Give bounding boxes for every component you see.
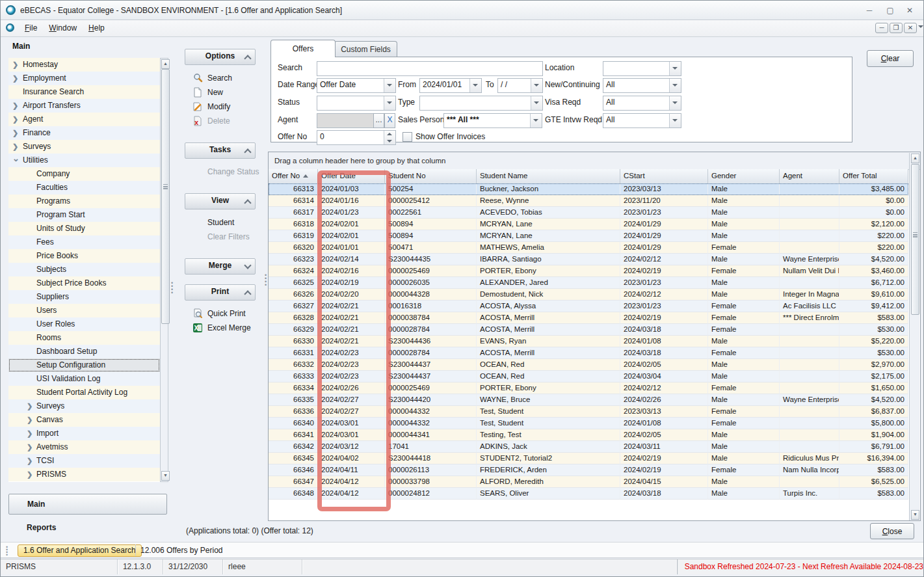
sidebar-item-homestay[interactable]: ❯Homestay bbox=[8, 58, 160, 72]
sidebar-item-price-books[interactable]: Price Books bbox=[8, 249, 160, 263]
sidebar-item-user-roles[interactable]: User Roles bbox=[8, 317, 160, 331]
table-row[interactable]: 663282024/02/210000038784ACOSTA, Merrill… bbox=[269, 312, 908, 324]
excel-merge-button[interactable]: XExcel Merge bbox=[181, 321, 259, 335]
table-row[interactable]: 663142024/01/160000025412Reese, Wynne202… bbox=[269, 195, 908, 207]
table-row[interactable]: 663352024/02/27S230044420WAYNE, Bruce202… bbox=[269, 394, 908, 406]
dropdown-icon[interactable] bbox=[669, 79, 681, 92]
scrollbar-thumb[interactable] bbox=[911, 164, 919, 315]
chevron-right-icon[interactable]: ❯ bbox=[12, 72, 18, 85]
table-row[interactable]: 663302024/02/21S230044436EVANS, Ryan2024… bbox=[269, 336, 908, 347]
dropdown-icon[interactable] bbox=[531, 79, 542, 92]
sidebar-item-canvas[interactable]: ❯Canvas bbox=[8, 413, 160, 427]
sidebar-item-units-of-study[interactable]: Units of Study bbox=[8, 222, 160, 235]
splitter-handle[interactable]: •••• bbox=[265, 274, 267, 287]
table-row[interactable]: 663232024/02/14S230044435IBARRA, Santiag… bbox=[269, 254, 908, 265]
sidebar-item-fees[interactable]: Fees bbox=[8, 235, 160, 249]
sidebar-item-surveys[interactable]: ❯Surveys bbox=[8, 140, 160, 154]
sidebar-item-prisms[interactable]: ❯PRISMS bbox=[8, 468, 160, 481]
column-header-offer-total[interactable]: Offer Total bbox=[839, 169, 908, 183]
table-row[interactable]: 663422024/03/1217041ADKINS, Jack2024/03/… bbox=[269, 441, 908, 453]
sidebar-item-usi-validation-log[interactable]: USI Validation Log bbox=[8, 372, 160, 386]
chevron-right-icon[interactable]: ❯ bbox=[12, 58, 18, 72]
table-row[interactable]: 663342024/02/260000025469PORTER, Ebony20… bbox=[269, 382, 908, 394]
table-row[interactable]: 663202024/01/01500471MATHEWS, Amelia2024… bbox=[269, 242, 908, 254]
table-row[interactable]: 663362024/02/270000044332Test, Student20… bbox=[269, 406, 908, 418]
sidebar-item-airport-transfers[interactable]: ❯Airport Transfers bbox=[8, 99, 160, 113]
sidebar-item-subject-price-books[interactable]: Subject Price Books bbox=[8, 276, 160, 290]
sidebar-item-rooms[interactable]: Rooms bbox=[8, 331, 160, 345]
tree-scrollbar[interactable]: ▲ ▼ bbox=[160, 58, 168, 482]
dropdown-icon[interactable] bbox=[669, 114, 681, 127]
chevron-right-icon[interactable]: ❯ bbox=[27, 413, 33, 427]
menu-item-file[interactable]: File bbox=[19, 20, 43, 36]
location-select[interactable] bbox=[603, 61, 681, 76]
table-row[interactable]: 663262024/02/200000044328Demostudent, Ni… bbox=[269, 289, 908, 301]
sidebar-item-finance[interactable]: ❯Finance bbox=[8, 126, 160, 140]
tab-offers[interactable]: Offers bbox=[271, 40, 336, 57]
chevron-right-icon[interactable]: ❯ bbox=[12, 126, 18, 140]
student-button[interactable]: Student bbox=[181, 215, 259, 230]
sidebar-main-button[interactable]: Main bbox=[8, 494, 167, 515]
sidebar-item-utilities[interactable]: ⌄Utilities bbox=[8, 154, 160, 167]
sidebar-item-student-portal-activity-log[interactable]: Student Portal Activity Log bbox=[8, 386, 160, 399]
tab-custom-fields[interactable]: Custom Fields bbox=[334, 41, 397, 57]
table-row[interactable]: 663412024/03/010000044341Testing, Test20… bbox=[269, 429, 908, 441]
table-row[interactable]: 663402024/03/010000044332Test, Student20… bbox=[269, 418, 908, 429]
chevron-right-icon[interactable]: ❯ bbox=[12, 113, 18, 126]
agent-lookup-button[interactable]: ... bbox=[373, 113, 384, 128]
table-row[interactable]: 663182024/02/01500894MCRYAN, Lane2024/01… bbox=[269, 219, 908, 230]
quick-print-button[interactable]: Quick Print bbox=[181, 306, 259, 321]
visa-reqd-select[interactable]: All bbox=[603, 96, 681, 111]
chevron-right-icon[interactable]: ❯ bbox=[27, 468, 33, 481]
type-select[interactable] bbox=[419, 96, 543, 111]
chevron-right-icon[interactable]: ❯ bbox=[27, 440, 33, 454]
table-row[interactable]: 663312024/02/230000028784ACOSTA, Merrill… bbox=[269, 347, 908, 359]
sidebar-item-setup-configuration[interactable]: Setup Configuration bbox=[8, 358, 160, 372]
bottom-tab-active[interactable]: 1.6 Offer and Application Search bbox=[18, 544, 142, 557]
splitter-handle[interactable]: •••• bbox=[171, 282, 174, 295]
sidebar-item-import[interactable]: ❯Import bbox=[8, 427, 160, 440]
offer-no-stepper[interactable]: 0 bbox=[317, 130, 396, 145]
column-header-student-no[interactable]: Student No bbox=[385, 169, 477, 183]
column-header-offer-date[interactable]: Offer Date bbox=[318, 169, 385, 183]
table-row[interactable]: 663472024/04/120000033798ALFORD, Meredit… bbox=[269, 476, 908, 488]
table-row[interactable]: 663252024/02/190000026035ALEXANDER, Jare… bbox=[269, 277, 908, 289]
column-header-offer-no[interactable]: Offer No bbox=[269, 169, 318, 183]
sidebar-item-faculties[interactable]: Faculties bbox=[8, 181, 160, 195]
table-row[interactable]: 663322024/02/23S230044437OCEAN, Red2024/… bbox=[269, 359, 908, 371]
table-row[interactable]: 663452024/04/02S230044418STUDENT2, Tutor… bbox=[269, 453, 908, 464]
dropdown-icon[interactable] bbox=[530, 114, 542, 127]
scroll-up-icon[interactable]: ▲ bbox=[161, 59, 170, 69]
column-header-gender[interactable]: Gender bbox=[708, 169, 780, 183]
search-input[interactable] bbox=[317, 61, 543, 76]
sidebar-item-agent[interactable]: ❯Agent bbox=[8, 113, 160, 126]
show-offer-invoices-checkbox[interactable] bbox=[403, 132, 412, 142]
menu-item-help[interactable]: Help bbox=[83, 20, 111, 36]
grid-scrollbar[interactable]: ▲ ▼ bbox=[909, 153, 919, 520]
gte-intvw-reqd-select[interactable]: All bbox=[603, 113, 681, 128]
close-icon[interactable]: ✕ bbox=[903, 5, 917, 16]
table-row[interactable]: 663132024/01/03500254Buckner, Jackson202… bbox=[269, 183, 908, 195]
sidebar-item-surveys[interactable]: ❯Surveys bbox=[8, 399, 160, 413]
search-button[interactable]: Search bbox=[181, 71, 259, 85]
clear-button[interactable]: Clear bbox=[867, 50, 914, 67]
sidebar-item-suppliers[interactable]: Suppliers bbox=[8, 290, 160, 304]
group-header-options[interactable]: Options bbox=[185, 49, 256, 65]
to-date-select[interactable]: / / bbox=[497, 78, 543, 93]
group-header-print[interactable]: Print bbox=[185, 284, 256, 301]
sidebar-item-tcsi[interactable]: ❯TCSI bbox=[8, 454, 160, 468]
scroll-up-icon[interactable]: ▲ bbox=[911, 154, 919, 163]
sidebar-item-dashboard-setup[interactable]: Dashboard Setup bbox=[8, 345, 160, 358]
new-button[interactable]: New bbox=[181, 85, 259, 100]
bottom-tab-inactive[interactable]: 12.006 Offers by Period bbox=[140, 546, 223, 555]
mdi-minimize-icon[interactable]: ─ bbox=[875, 23, 888, 33]
column-header-cstart[interactable]: CStart bbox=[620, 169, 708, 183]
sidebar-item-avetmiss[interactable]: ❯Avetmiss bbox=[8, 440, 160, 454]
table-row[interactable]: 663242024/02/160000025469PORTER, Ebony20… bbox=[269, 265, 908, 277]
sidebar-item-company[interactable]: Company bbox=[8, 167, 160, 181]
dropdown-icon[interactable] bbox=[384, 79, 395, 92]
chevron-right-icon[interactable]: ❯ bbox=[27, 454, 33, 468]
new-continuing-select[interactable]: All bbox=[603, 78, 681, 93]
table-row[interactable]: 663482024/04/120000024812SEARS, Oliver20… bbox=[269, 488, 908, 500]
group-header-view[interactable]: View bbox=[185, 193, 256, 209]
